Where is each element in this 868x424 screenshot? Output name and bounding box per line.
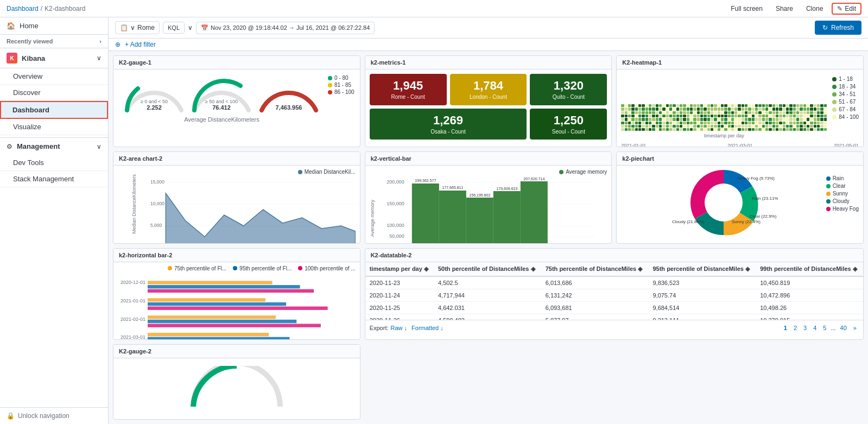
metric-osaka: 1,269 Osaka - Count [370, 109, 527, 140]
gauge1-panel: K2-gauge-1 ≥ 0 and < 5 [113, 55, 360, 147]
sidebar-kibana-header[interactable]: K Kibana ∨ [0, 48, 108, 68]
gear-icon: ⚙ [7, 143, 12, 150]
export-section: Export: Raw ↓ Formatted ↓ [370, 325, 443, 331]
col-timestamp[interactable]: timestamp per day ◈ [365, 262, 434, 276]
page-next-button[interactable]: » [851, 324, 859, 332]
sidebar-item-devtools[interactable]: Dev Tools [0, 155, 108, 171]
svg-text:Sunny (22.4%): Sunny (22.4%) [732, 219, 761, 224]
gauge1-content: ≥ 0 and < 50 2.252 ≥ 50 and < [113, 69, 360, 128]
unlock-nav-button[interactable]: 🔒 Unlock navigation [0, 407, 108, 424]
export-raw-button[interactable]: Raw ↓ [391, 325, 408, 331]
top-bar-actions: Full screen Share Clone ✎ Edit [726, 3, 861, 15]
sidebar: 🏠 Home Recently viewed › K Kibana ∨ Over… [0, 17, 109, 424]
svg-rect-24 [411, 183, 439, 243]
svg-rect-49 [148, 302, 286, 306]
share-button[interactable]: Share [771, 4, 797, 14]
kql-button[interactable]: KQL [163, 22, 185, 34]
metric-rome: 1,945 Rome - Count [370, 74, 447, 105]
svg-point-39 [705, 183, 743, 222]
piechart-legend: Rain Clear Sunny Cloudy Heavy Fog [826, 170, 859, 235]
table-row: 2020-11-25 4,642.031 6,093,681 9,684,514… [365, 301, 863, 314]
pie-svg: Heavy Fog (9.73%) Rain (23.11%) Sunny (2… [669, 159, 778, 244]
page-2-button[interactable]: 2 [791, 324, 799, 332]
vbar-title: k2-vertical-bar [365, 152, 612, 166]
lock-icon: 🔒 [7, 412, 15, 420]
chevron-down-icon: ∨ [97, 54, 102, 62]
management-label: Management [17, 142, 92, 150]
breadcrumb-dashboard[interactable]: Dashboard [7, 5, 39, 12]
legend-item-red: 86 - 100 [328, 89, 354, 95]
content-area: 📋 ∨ Rome KQL ∨ 📅 Nov 23, 2020 @ 19:18:44… [109, 17, 868, 424]
svg-rect-30 [493, 191, 520, 243]
page-5-button[interactable]: 5 [821, 324, 828, 332]
vbar-panel: k2-vertical-bar Average memory Average m… [365, 151, 612, 243]
gauge1-footer: Average DistanceKilometers [119, 116, 325, 123]
pie-chart-area: Heavy Fog (9.73%) Rain (23.11%) Sunny (2… [621, 170, 826, 235]
col-50pct[interactable]: 50th percentile of DistanceMiles ◈ [434, 262, 541, 276]
hbar2-svg [148, 274, 356, 340]
recently-viewed-section: Recently viewed › [0, 35, 108, 48]
refresh-button[interactable]: ↻ Refresh [815, 21, 861, 35]
home-label: Home [20, 22, 39, 30]
heatmap-dates: 2021-01-01 2021-03-01 2021-05-01 [617, 143, 863, 147]
svg-text:Rain (23.11%): Rain (23.11%) [752, 196, 778, 201]
breadcrumb-separator: / [41, 5, 42, 12]
heatmap-xlabel: timestamp per day [621, 133, 827, 138]
heatmap-main: // We'll render this via inline style be… [621, 74, 827, 138]
page-1-button[interactable]: 1 [782, 324, 789, 332]
svg-text:150,000: 150,000 [387, 201, 404, 206]
sidebar-item-dashboard[interactable]: Dashboard [0, 101, 108, 119]
piechart-content: Heavy Fog (9.73%) Rain (23.11%) Sunny (2… [617, 166, 863, 239]
col-75pct[interactable]: 75th percentile of DistanceMiles ◈ [541, 262, 649, 276]
page-40-button[interactable]: 40 [838, 324, 849, 332]
index-selector[interactable]: 📋 ∨ Rome [115, 21, 160, 34]
refresh-icon: ↻ [822, 24, 828, 31]
metrics1-title: k2-metrics-1 [365, 56, 612, 69]
query-bar-left: 📋 ∨ Rome KQL ∨ 📅 Nov 23, 2020 @ 19:18:44… [115, 21, 810, 34]
page-4-button[interactable]: 4 [811, 324, 819, 332]
piechart-panel: k2-piechart [616, 151, 864, 243]
svg-rect-26 [439, 191, 466, 243]
datatable2-title: K2-datatable-2 [365, 249, 863, 262]
sidebar-item-stack-mgmt[interactable]: Stack Management [0, 171, 108, 187]
gauge3-svg: 7,463.956 [256, 75, 321, 113]
date-range-picker[interactable]: 📅 Nov 23, 2020 @ 19:18:44.02 → Jul 16, 2… [196, 22, 375, 34]
sidebar-item-visualize[interactable]: Visualize [0, 119, 108, 135]
clone-button[interactable]: Clone [802, 4, 827, 14]
hbar2-ylabels: 2020-12-01 2021-01-01 2021-02-01 2021-03… [118, 274, 148, 340]
vbar-ylabel: Average memory [370, 169, 375, 237]
sidebar-management-header[interactable]: ⚙ Management ∨ [0, 137, 108, 155]
hbar2-panel: k2-horizontal bar-2 75th percentile of F… [113, 248, 360, 340]
col-95pct[interactable]: 95th percentile of DistanceMiles ◈ [648, 262, 756, 276]
edit-button[interactable]: ✎ Edit [832, 3, 861, 15]
area-legend: Median DistanceKil... [150, 169, 356, 175]
sidebar-item-overview[interactable]: Overview [0, 68, 108, 85]
metrics1-panel: k2-metrics-1 1,945 Rome - Count 1,784 Lo… [365, 55, 612, 147]
datatable2-footer: Export: Raw ↓ Formatted ↓ 1 2 3 4 5 ... [365, 320, 863, 336]
svg-rect-52 [148, 319, 296, 322]
sidebar-item-discover[interactable]: Discover [0, 85, 108, 101]
fullscreen-button[interactable]: Full screen [726, 4, 767, 14]
svg-rect-32 [520, 181, 547, 243]
sidebar-home[interactable]: 🏠 Home [0, 17, 108, 35]
add-filter-button[interactable]: + Add filter [125, 41, 156, 48]
col-99pct[interactable]: 99th percentile of DistanceMiles ◈ [756, 262, 863, 276]
metric-seoul: 1,250 Seoul - Count [530, 109, 607, 140]
legend-item-yellow: 81 - 85 [328, 82, 354, 88]
top-bar: Dashboard / K2-dashboard Full screen Sha… [0, 0, 868, 17]
date-range-text: Nov 23, 2020 @ 19:18:44.02 → Jul 16, 202… [211, 24, 370, 31]
dashboard-grid: K2-gauge-1 ≥ 0 and < 5 [109, 51, 868, 424]
heatmap1-panel: K2-heatmap-1 [616, 55, 864, 147]
areachart2-content: Median DistanceKilometers Median Distanc… [113, 166, 360, 240]
export-formatted-button[interactable]: Formatted ↓ [411, 325, 443, 331]
vbar-content: Average memory Average memory 200,000 [365, 166, 612, 240]
gauge2-svg: ≥ 50 and < 100 76.412 [189, 75, 254, 113]
area-ylabel: Median DistanceKilometers [118, 169, 150, 237]
area-chart-main: Median DistanceKil... 15,000 10,000 5,00… [150, 169, 356, 237]
page-3-button[interactable]: 3 [801, 324, 809, 332]
svg-rect-51 [148, 315, 276, 319]
datatable2-content: timestamp per day ◈ 50th percentile of D… [365, 262, 863, 336]
datatable2-scroll[interactable]: timestamp per day ◈ 50th percentile of D… [365, 262, 863, 320]
svg-text:5,000: 5,000 [150, 223, 162, 228]
svg-rect-28 [466, 198, 493, 243]
